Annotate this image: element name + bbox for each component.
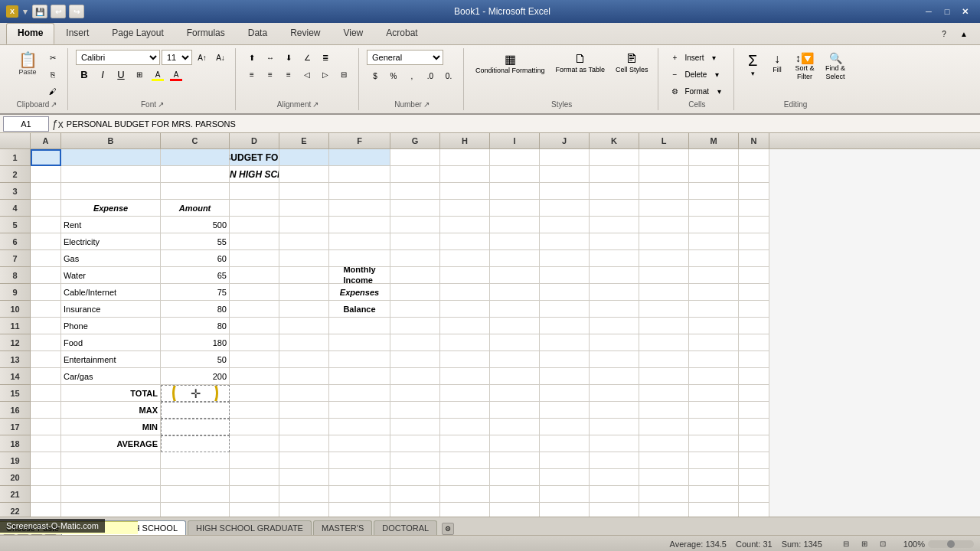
cell-f1[interactable] [329, 149, 390, 166]
cell-c8[interactable]: 65 [161, 267, 230, 284]
cell-j10[interactable] [540, 301, 590, 318]
cell-g3[interactable] [390, 183, 440, 200]
cell-a6[interactable] [31, 233, 61, 250]
cell-b11[interactable]: Phone [61, 318, 161, 334]
minimize-ribbon-btn[interactable]: ▲ [956, 26, 972, 41]
cell-k10[interactable] [590, 301, 639, 318]
cell-styles-btn[interactable]: 🖹 Cell Styles [612, 50, 652, 77]
cell-k18[interactable] [590, 435, 639, 452]
cell-b16[interactable]: MAX [61, 402, 161, 419]
row-header-22[interactable]: 22 [0, 503, 30, 517]
cell-n3[interactable] [739, 183, 769, 200]
cell-k12[interactable] [590, 334, 639, 351]
col-header-c[interactable]: C [161, 133, 230, 148]
cell-a7[interactable] [31, 250, 61, 267]
cell-h15[interactable] [440, 385, 490, 402]
cell-c7[interactable]: 60 [161, 250, 230, 267]
cell-d7[interactable] [230, 250, 279, 267]
cell-h5[interactable] [440, 217, 490, 233]
row-header-18[interactable]: 18 [0, 435, 30, 452]
cell-a17[interactable] [31, 419, 61, 435]
cell-d3[interactable] [230, 183, 279, 200]
cell-j8[interactable] [540, 267, 590, 284]
font-name-select[interactable]: Calibri [76, 50, 160, 65]
cell-a9[interactable] [31, 284, 61, 301]
comma-btn[interactable]: , [403, 68, 420, 83]
row-header-19[interactable]: 19 [0, 452, 30, 469]
border-button[interactable]: ⊞ [131, 67, 148, 82]
cell-a2[interactable] [31, 166, 61, 183]
cell-i16[interactable] [490, 402, 540, 419]
cell-h11[interactable] [440, 318, 490, 334]
cell-f9[interactable]: Expenses [329, 284, 390, 301]
tab-review[interactable]: Review [279, 23, 332, 44]
indent-decrease-btn[interactable]: ◁ [299, 67, 315, 82]
cell-j13[interactable] [540, 351, 590, 368]
cell-d13[interactable] [230, 351, 279, 368]
italic-button[interactable]: I [94, 67, 111, 82]
row-header-3[interactable]: 3 [0, 183, 30, 200]
cell-j2[interactable] [540, 166, 590, 183]
cell-c4[interactable]: Amount [161, 200, 230, 217]
cell-h10[interactable] [440, 301, 490, 318]
cell-g12[interactable] [390, 334, 440, 351]
bold-button[interactable]: B [76, 67, 93, 82]
font-color-button[interactable]: A [168, 67, 185, 82]
align-left-btn[interactable]: ≡ [243, 67, 260, 82]
cell-l14[interactable] [639, 368, 689, 385]
tab-data[interactable]: Data [237, 23, 279, 44]
cell-m6[interactable] [689, 233, 739, 250]
row-header-10[interactable]: 10 [0, 301, 30, 318]
cell-j17[interactable] [540, 419, 590, 435]
cell-b7[interactable]: Gas [61, 250, 161, 267]
cell-d8[interactable] [230, 267, 279, 284]
cell-g6[interactable] [390, 233, 440, 250]
cell-c15[interactable]: ✛ [161, 385, 230, 402]
cell-b15[interactable]: TOTAL [61, 385, 161, 402]
cell-j14[interactable] [540, 368, 590, 385]
cell-m9[interactable] [689, 284, 739, 301]
paste-button[interactable]: 📋 Paste [12, 50, 43, 78]
align-center-btn[interactable]: ≡ [262, 67, 279, 82]
cell-h14[interactable] [440, 368, 490, 385]
cell-m8[interactable] [689, 267, 739, 284]
wrap-text-btn[interactable]: ≣ [317, 50, 334, 65]
increase-decimal-btn[interactable]: .0 [422, 68, 439, 83]
cell-h6[interactable] [440, 233, 490, 250]
cell-n12[interactable] [739, 334, 769, 351]
cell-e9[interactable] [279, 284, 329, 301]
cell-c13[interactable]: 50 [161, 351, 230, 368]
cell-l6[interactable] [639, 233, 689, 250]
cell-n8[interactable] [739, 267, 769, 284]
number-expand-icon[interactable]: ↗ [423, 100, 430, 109]
cell-b4[interactable]: Expense [61, 200, 161, 217]
cell-e11[interactable] [279, 318, 329, 334]
cell-f2[interactable] [329, 166, 390, 183]
cell-n17[interactable] [739, 419, 769, 435]
cell-m10[interactable] [689, 301, 739, 318]
cell-i12[interactable] [490, 334, 540, 351]
cell-i9[interactable] [490, 284, 540, 301]
cell-j11[interactable] [540, 318, 590, 334]
cell-k13[interactable] [590, 351, 639, 368]
sheet-tab-doctoral[interactable]: DOCTORAL [374, 520, 437, 535]
cell-i14[interactable] [490, 368, 540, 385]
sheet-add-btn[interactable]: ⚙ [442, 523, 454, 535]
row-header-2[interactable]: 2 [0, 166, 30, 183]
cell-j9[interactable] [540, 284, 590, 301]
name-box[interactable] [3, 116, 49, 132]
cell-c6[interactable]: 55 [161, 233, 230, 250]
cell-n18[interactable] [739, 435, 769, 452]
text-angle-btn[interactable]: ∠ [299, 50, 315, 65]
cell-f4[interactable] [329, 200, 390, 217]
format-dropdown-btn[interactable]: ▾ [710, 83, 727, 99]
cell-j18[interactable] [540, 435, 590, 452]
cell-i2[interactable] [490, 166, 540, 183]
row-header-12[interactable]: 12 [0, 334, 30, 351]
cell-e14[interactable] [279, 368, 329, 385]
tab-home[interactable]: Home [6, 23, 54, 44]
cell-e17[interactable] [279, 419, 329, 435]
insert-cells-btn[interactable]: + [666, 50, 683, 65]
cell-a5[interactable] [31, 217, 61, 233]
cell-g13[interactable] [390, 351, 440, 368]
